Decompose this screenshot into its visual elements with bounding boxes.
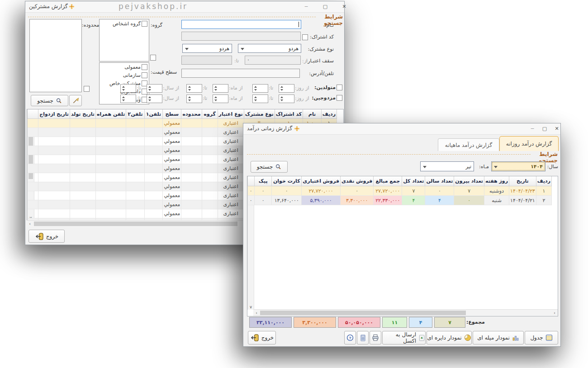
column-header[interactable]: جمع مبالغ <box>374 176 402 186</box>
code-checkbox[interactable] <box>302 34 308 40</box>
minimize-icon[interactable]: ─ <box>300 1 312 12</box>
minimize-icon[interactable]: ─ <box>526 123 538 134</box>
credit-limit-checkbox[interactable] <box>150 55 156 61</box>
item-checkbox[interactable] <box>142 21 147 27</box>
subscriber-type-combo-2[interactable]: هردو <box>182 44 232 53</box>
table-view-button[interactable]: جدول <box>525 331 558 344</box>
list-item[interactable]: گروه اشخاص <box>100 19 149 28</box>
married-checkbox[interactable] <box>337 95 342 101</box>
credit-from-input[interactable]: ۰ <box>245 56 301 65</box>
column-header[interactable]: فروش اعتباری <box>302 176 341 186</box>
search-button[interactable]: جستجو <box>251 161 288 173</box>
column-header[interactable]: محدوده <box>181 109 202 119</box>
table-cell: معمولي <box>163 137 181 146</box>
bar-chart-button[interactable]: نمودار میله ای <box>473 331 524 344</box>
birthdays-checkbox[interactable] <box>337 85 342 90</box>
credit-to-input[interactable] <box>181 56 232 65</box>
birthdays-spinner[interactable] <box>213 84 228 93</box>
code-input[interactable] <box>181 32 301 41</box>
table-row[interactable]: ۱۱۴۰۴/۰۴/۲۳دوشنبه۷۰۷۲۷,۷۲۰,۰۰۰۰۲۷,۷۲۰,۰۰… <box>248 186 552 196</box>
exit-button[interactable]: خروج <box>248 331 276 344</box>
export-excel-button[interactable]: X ارسال به اکسل <box>382 331 426 344</box>
column-header[interactable]: تلفن همراه <box>95 109 126 119</box>
table-cell <box>144 209 162 218</box>
column-header[interactable]: پیک <box>254 176 271 186</box>
pie-chart-button[interactable]: نمودار دایره ای <box>427 331 472 344</box>
column-header[interactable]: تعداد بیرون <box>454 176 484 186</box>
table-cell <box>38 137 70 146</box>
birthdays-spinner[interactable] <box>120 84 136 93</box>
column-header[interactable]: تلفن۲ <box>126 109 144 119</box>
column-header[interactable]: سطح <box>163 109 181 119</box>
married-spinner[interactable] <box>147 94 162 103</box>
column-header[interactable]: تعداد سالن <box>425 176 454 186</box>
horizontal-scrollbar[interactable]: ‹ › <box>253 309 558 316</box>
column-header[interactable]: تاریخ <box>509 176 536 186</box>
birthdays-spinner[interactable] <box>279 84 294 93</box>
column-header[interactable]: گروه <box>202 109 218 119</box>
birthdays-spinner[interactable] <box>186 84 202 93</box>
birthdays-spinner[interactable] <box>252 84 268 93</box>
maximize-icon[interactable]: ▢ <box>539 123 550 134</box>
print-button[interactable] <box>370 331 381 344</box>
married-spinner[interactable] <box>213 94 228 103</box>
scroll-left-icon[interactable]: ‹ <box>27 221 33 226</box>
scrollbar-thumb[interactable] <box>34 222 237 226</box>
item-checkbox[interactable] <box>142 72 147 78</box>
table-cell: ۷ <box>402 186 425 196</box>
table-cell: ۰ <box>248 196 255 205</box>
item-checkbox[interactable] <box>142 64 147 70</box>
column-header[interactable] <box>248 176 255 186</box>
birthdays-label: متولدین: <box>316 85 336 90</box>
list-item[interactable]: سازمانی <box>100 71 149 79</box>
close-icon[interactable]: ✕ <box>338 1 350 12</box>
scrollbar-thumb[interactable] <box>260 311 466 315</box>
subscriber-type-combo-1[interactable]: هردو <box>238 44 301 53</box>
subscribers-titlebar[interactable]: گزارش مشترکین pejvakshop.ir ─ ▢ ✕ <box>25 1 344 13</box>
name-input[interactable] <box>181 20 301 29</box>
married-spinner[interactable] <box>279 94 294 103</box>
column-header[interactable]: ردیف <box>536 176 551 186</box>
column-header[interactable]: نام <box>303 109 322 119</box>
calculator-button[interactable] <box>357 331 369 344</box>
search-button[interactable]: جستجو <box>31 95 68 106</box>
birthdays-spinner[interactable] <box>147 84 162 93</box>
scroll-right-icon[interactable]: › <box>551 310 558 316</box>
phone-input[interactable] <box>181 69 300 78</box>
exit-button-label: خروج <box>261 335 274 341</box>
married-spinner[interactable] <box>120 94 136 103</box>
range-listbox[interactable] <box>29 19 82 92</box>
month-combo[interactable]: تیر <box>420 161 474 171</box>
button-label: نمودار میله ای <box>477 335 510 341</box>
help-button[interactable]: ? <box>344 331 356 344</box>
column-header[interactable]: تاریخ تولد <box>70 109 95 119</box>
table-cell <box>144 164 162 173</box>
table-row[interactable]: ۲۱۴۰۴/۰۴/۲۱شنبه۰۴۴۲۲,۳۳۰,۰۰۰۳,۳۰۰,۰۰۰۵,۳… <box>248 196 552 205</box>
column-header[interactable]: کد اشتراک <box>275 109 303 119</box>
table-cell: معمولي <box>163 209 181 218</box>
column-header[interactable]: کارت خوان <box>272 176 302 186</box>
list-item[interactable]: معمولی <box>100 63 149 71</box>
tab-daily-income[interactable]: گزارش درآمد روزانه <box>499 136 559 151</box>
year-combo[interactable]: ۱۴۰۴ <box>491 161 545 171</box>
column-header[interactable]: تاریخ ازدواج <box>38 109 70 119</box>
tab-monthly-income[interactable]: گزارش درآمد ماهیانه <box>438 138 499 151</box>
column-header[interactable]: تلفن۱ <box>144 109 162 119</box>
column-header[interactable]: ردیف <box>321 109 337 119</box>
column-header[interactable]: نوع مشترک <box>244 109 275 119</box>
column-header[interactable]: نوع اعتبار <box>218 109 244 119</box>
married-spinner[interactable] <box>186 94 202 103</box>
group-listbox[interactable]: گروه اشخاص <box>99 19 149 61</box>
married-spinner[interactable] <box>252 94 268 103</box>
maximize-icon[interactable]: ▢ <box>319 1 331 12</box>
clear-button[interactable] <box>69 95 82 106</box>
range-checkbox[interactable] <box>84 86 90 92</box>
column-header[interactable]: فروش نقدی <box>340 176 373 186</box>
exit-button[interactable]: خروج <box>28 230 65 243</box>
column-header[interactable] <box>28 109 38 119</box>
close-icon[interactable]: ✕ <box>551 123 563 134</box>
column-header[interactable]: روز هفته <box>484 176 509 186</box>
scroll-left-icon[interactable]: ‹ <box>253 310 260 316</box>
income-titlebar[interactable]: گزارش زمانی درآمد ─ ▢ ✕ <box>243 123 560 135</box>
column-header[interactable]: تعداد کل <box>402 176 425 186</box>
